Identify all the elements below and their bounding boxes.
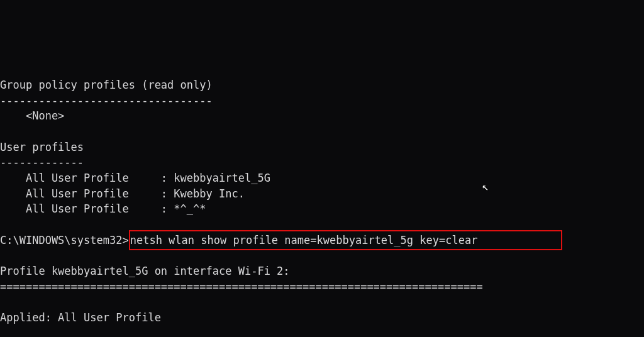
user-header: User profiles: [0, 141, 84, 153]
profile-line: All User Profile : Kwebby Inc.: [0, 187, 245, 200]
none-line: <None>: [0, 109, 64, 122]
applied-line: Applied: All User Profile: [0, 311, 161, 324]
command-text: netsh wlan show profile name=kwebbyairte…: [130, 234, 562, 246]
output-title: Profile kwebbyairtel_5G on interface Wi-…: [0, 265, 290, 277]
group-dash: ---------------------------------: [0, 94, 213, 107]
terminal[interactable]: Group policy profiles (read only) ------…: [0, 62, 644, 337]
output-sep: ========================================…: [0, 280, 483, 293]
user-dash: -------------: [0, 156, 84, 168]
prompt-prefix: C:\WINDOWS\system32>: [0, 234, 129, 246]
profile-line: All User Profile : *^_^*: [0, 202, 206, 215]
group-header: Group policy profiles (read only): [0, 79, 213, 91]
command-highlight: netsh wlan show profile name=kwebbyairte…: [129, 230, 563, 251]
profile-line: All User Profile : kwebbyairtel_5G: [0, 172, 270, 184]
